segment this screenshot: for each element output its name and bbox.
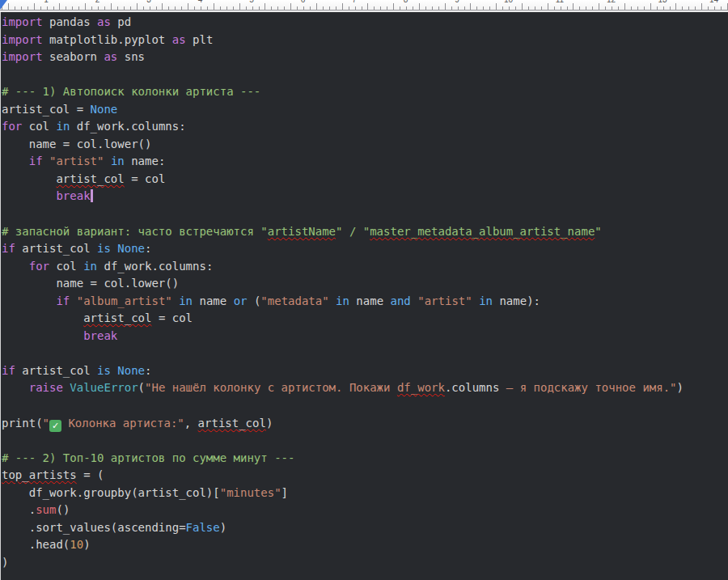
ruler[interactable]: 1234567891011121314	[0, 0, 728, 11]
code-token: sum	[36, 503, 56, 516]
code-line[interactable]: for col in df_work.columns:	[2, 258, 728, 276]
code-token	[411, 294, 417, 307]
ruler-tick	[670, 6, 671, 10]
code-line[interactable]: # запасной вариант: часто встречаются "a…	[2, 223, 728, 241]
code-line[interactable]: artist_col = None	[2, 101, 728, 119]
ruler-tick	[85, 3, 86, 10]
code-line[interactable]: .head(10)	[2, 536, 728, 554]
code-token: "artist"	[49, 155, 104, 167]
code-token: )	[677, 381, 684, 394]
ruler-tick	[631, 6, 632, 10]
code-token: sns	[117, 50, 145, 63]
code-line[interactable]: # --- 2) Топ-10 артистов по сумме минут …	[2, 450, 728, 468]
code-token: matplotlib.pyplot	[43, 33, 172, 46]
ruler-tick	[374, 6, 375, 10]
code-line[interactable]: top_artists = (	[2, 467, 728, 485]
ruler-tick	[406, 6, 407, 10]
ruler-tick	[342, 3, 343, 10]
ruler-number: 1	[44, 0, 49, 4]
code-token: import	[2, 50, 43, 63]
ruler-tick	[91, 6, 92, 10]
ruler-tick	[663, 6, 664, 10]
code-token: df_work.columns:	[70, 120, 185, 133]
code-line[interactable]: for col in df_work.columns:	[2, 118, 728, 136]
code-line[interactable]	[2, 66, 728, 84]
margin-marker-icon[interactable]	[0, 0, 7, 10]
code-token: name = col.lower()	[2, 277, 179, 290]
code-token: seaborn	[43, 50, 104, 63]
code-token: name	[193, 294, 234, 307]
code-editor[interactable]: import pandas as pdimport matplotlib.pyp…	[0, 12, 728, 580]
code-token: artist_col	[15, 364, 97, 377]
code-line[interactable]	[2, 432, 728, 450]
code-token: name:	[125, 155, 166, 167]
ruler-tick	[194, 6, 195, 10]
code-line[interactable]: import pandas as pd	[2, 14, 728, 32]
ruler-tick	[701, 3, 702, 10]
ruler-number: 9	[455, 0, 459, 4]
code-line[interactable]: if "album_artist" in name or ("metadata"…	[2, 293, 728, 311]
code-line[interactable]: name = col.lower()	[2, 275, 728, 293]
ruler-number: 4	[198, 0, 203, 4]
ruler-tick	[675, 3, 676, 10]
code-token	[2, 329, 83, 342]
ruler-tick	[579, 6, 580, 10]
ruler-tick	[618, 6, 619, 10]
code-line[interactable]: artist_col = col	[2, 171, 728, 188]
code-line[interactable]: if artist_col is None:	[2, 362, 728, 380]
ruler-tick	[72, 6, 73, 10]
code-line[interactable]: if "artist" in name:	[2, 153, 728, 171]
ruler-number: 7	[352, 0, 357, 4]
code-token: ()	[56, 503, 70, 516]
code-line[interactable]	[2, 397, 728, 415]
code-line[interactable]: import matplotlib.pyplot as plt	[2, 32, 728, 49]
code-token: name	[349, 294, 391, 307]
ruler-tick	[156, 6, 157, 10]
code-line[interactable]: import seaborn as sns	[2, 49, 728, 66]
ruler-tick	[605, 6, 606, 10]
code-token	[329, 294, 336, 307]
code-line[interactable]: artist_col = col	[2, 310, 728, 328]
ruler-number: 2	[95, 0, 100, 4]
ruler-tick	[271, 6, 272, 10]
ruler-tick	[657, 6, 658, 10]
code-line[interactable]	[2, 205, 728, 223]
ruler-tick	[207, 6, 208, 10]
ruler-tick	[362, 6, 362, 10]
code-token	[104, 155, 110, 167]
code-line[interactable]: name = col.lower()	[2, 136, 728, 154]
ruler-number: 13	[658, 0, 667, 4]
code-line[interactable]: )	[2, 554, 728, 572]
ruler-tick	[21, 6, 22, 10]
ruler-tick	[489, 6, 490, 10]
code-token: )	[266, 417, 273, 430]
ruler-tick	[413, 6, 413, 10]
code-line[interactable]: df_work.groupby(artist_col)["minutes"]	[2, 485, 728, 502]
ruler-number: 10	[504, 0, 513, 4]
code-token: raise	[29, 381, 63, 394]
code-line[interactable]	[2, 345, 728, 362]
ruler-tick	[637, 6, 638, 10]
code-line[interactable]: .sort_values(ascending=False)	[2, 519, 728, 537]
ruler-tick	[599, 3, 599, 10]
ruler-tick	[290, 3, 291, 10]
ruler-tick	[130, 6, 131, 10]
code-line[interactable]: if artist_col is None:	[2, 240, 728, 258]
code-line[interactable]: .sum()	[2, 502, 728, 519]
code-line[interactable]: print("✓ Колонка артиста:", artist_col)	[2, 415, 728, 433]
code-token: None	[117, 364, 145, 377]
code-line[interactable]: raise ValueError("Не нашёл колонку с арт…	[2, 379, 728, 397]
code-area[interactable]: import pandas as pdimport matplotlib.pyp…	[2, 14, 728, 572]
code-line[interactable]: break	[2, 188, 728, 205]
code-line[interactable]: # --- 1) Автопоиск колонки артиста ---	[2, 83, 728, 101]
ruler-tick	[496, 3, 497, 10]
code-line[interactable]: break	[2, 328, 728, 345]
code-token: if	[2, 242, 15, 255]
code-token: — я подскажу точное имя."	[499, 381, 676, 394]
ruler-tick	[522, 3, 523, 10]
code-token: " / "	[336, 225, 370, 238]
ruler-tick	[316, 3, 317, 10]
ruler-number: 6	[301, 0, 306, 4]
code-token: name):	[493, 294, 540, 307]
code-token: is	[97, 242, 111, 255]
